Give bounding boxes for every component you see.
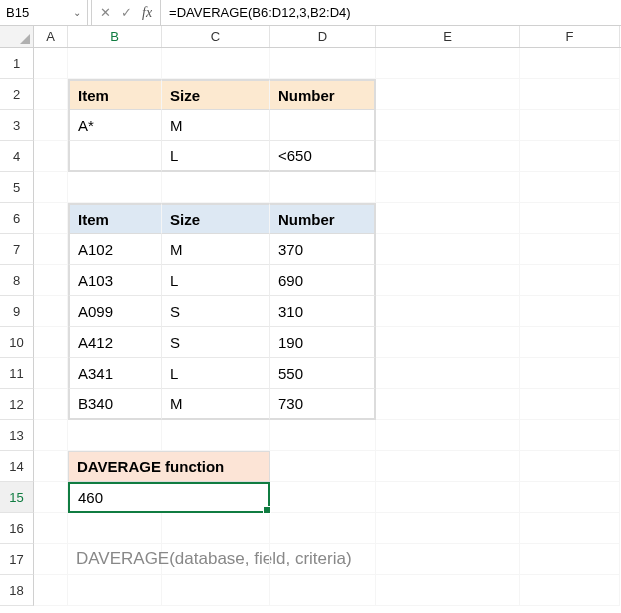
data-cell[interactable]: 550 (270, 358, 376, 389)
cell[interactable] (162, 420, 270, 451)
cell[interactable] (162, 172, 270, 203)
row-header[interactable]: 10 (0, 327, 34, 358)
criteria-cell[interactable] (68, 141, 162, 172)
row-header[interactable]: 4 (0, 141, 34, 172)
cell[interactable] (270, 513, 376, 544)
row-header[interactable]: 16 (0, 513, 34, 544)
cell[interactable] (376, 389, 520, 420)
cell[interactable] (520, 575, 620, 606)
row-header[interactable]: 15 (0, 482, 34, 513)
criteria-header-size[interactable]: Size (162, 79, 270, 110)
col-header-c[interactable]: C (162, 26, 270, 47)
cell[interactable] (376, 203, 520, 234)
cell[interactable] (270, 420, 376, 451)
row-header[interactable]: 3 (0, 110, 34, 141)
criteria-cell[interactable]: A* (68, 110, 162, 141)
data-cell[interactable]: B340 (68, 389, 162, 420)
criteria-header-item[interactable]: Item (68, 79, 162, 110)
data-cell[interactable]: A412 (68, 327, 162, 358)
cell[interactable] (68, 420, 162, 451)
cell[interactable] (34, 482, 68, 513)
cell[interactable] (376, 296, 520, 327)
row-header[interactable]: 14 (0, 451, 34, 482)
cell[interactable] (376, 482, 520, 513)
cell[interactable] (34, 420, 68, 451)
data-cell[interactable]: 310 (270, 296, 376, 327)
cell[interactable] (34, 296, 68, 327)
col-header-e[interactable]: E (376, 26, 520, 47)
row-header[interactable]: 7 (0, 234, 34, 265)
cell[interactable] (68, 172, 162, 203)
criteria-cell[interactable]: L (162, 141, 270, 172)
criteria-cell[interactable]: <650 (270, 141, 376, 172)
col-header-b[interactable]: B (68, 26, 162, 47)
cell[interactable] (34, 575, 68, 606)
cell[interactable] (520, 420, 620, 451)
cell[interactable] (34, 110, 68, 141)
cell[interactable] (34, 544, 68, 575)
cell[interactable] (520, 389, 620, 420)
cell[interactable] (162, 513, 270, 544)
data-cell[interactable]: 370 (270, 234, 376, 265)
data-header-size[interactable]: Size (162, 203, 270, 234)
data-cell[interactable]: M (162, 389, 270, 420)
cell[interactable] (520, 296, 620, 327)
row-header[interactable]: 9 (0, 296, 34, 327)
criteria-header-number[interactable]: Number (270, 79, 376, 110)
cell[interactable] (376, 172, 520, 203)
row-header[interactable]: 1 (0, 48, 34, 79)
data-cell[interactable]: 690 (270, 265, 376, 296)
cell[interactable] (520, 327, 620, 358)
cell[interactable] (270, 482, 376, 513)
enter-icon[interactable]: ✓ (121, 6, 132, 19)
fx-icon[interactable]: fx (142, 6, 152, 20)
col-header-f[interactable]: F (520, 26, 620, 47)
data-cell[interactable]: S (162, 327, 270, 358)
data-cell[interactable]: 190 (270, 327, 376, 358)
syntax-cell[interactable]: DAVERAGE(database, field, criteria) (68, 544, 162, 575)
cell[interactable] (162, 544, 270, 575)
cells-area[interactable]: Item Size Number A* M L <650 (34, 48, 621, 606)
cell[interactable] (34, 327, 68, 358)
cell[interactable] (34, 358, 68, 389)
active-cell-b15[interactable]: 460 (68, 482, 270, 513)
cell[interactable] (376, 234, 520, 265)
cell[interactable] (34, 172, 68, 203)
row-header[interactable]: 8 (0, 265, 34, 296)
cell[interactable] (270, 172, 376, 203)
cell[interactable] (520, 544, 620, 575)
cell[interactable] (34, 48, 68, 79)
data-cell[interactable]: S (162, 296, 270, 327)
row-header[interactable]: 11 (0, 358, 34, 389)
cell[interactable] (376, 141, 520, 172)
data-cell[interactable]: L (162, 358, 270, 389)
cell[interactable] (68, 48, 162, 79)
cell[interactable] (520, 265, 620, 296)
cell[interactable] (520, 48, 620, 79)
row-header[interactable]: 2 (0, 79, 34, 110)
cell[interactable] (68, 513, 162, 544)
cell[interactable] (270, 451, 376, 482)
data-cell[interactable]: 730 (270, 389, 376, 420)
data-cell[interactable]: M (162, 234, 270, 265)
result-title-cell[interactable]: DAVERAGE function (68, 451, 270, 482)
row-header[interactable]: 13 (0, 420, 34, 451)
cell[interactable] (34, 451, 68, 482)
cell[interactable] (376, 79, 520, 110)
cell[interactable] (34, 234, 68, 265)
cell[interactable] (520, 358, 620, 389)
chevron-down-icon[interactable]: ⌄ (73, 7, 81, 18)
cell[interactable] (270, 544, 376, 575)
row-header[interactable]: 12 (0, 389, 34, 420)
cell[interactable] (34, 203, 68, 234)
cell[interactable] (34, 265, 68, 296)
data-cell[interactable]: A103 (68, 265, 162, 296)
cell[interactable] (376, 451, 520, 482)
name-box[interactable]: B15 ⌄ (0, 0, 88, 25)
cell[interactable] (34, 141, 68, 172)
cell[interactable] (34, 389, 68, 420)
data-cell[interactable]: A102 (68, 234, 162, 265)
cancel-icon[interactable]: ✕ (100, 6, 111, 19)
row-header[interactable]: 5 (0, 172, 34, 203)
cell[interactable] (520, 141, 620, 172)
